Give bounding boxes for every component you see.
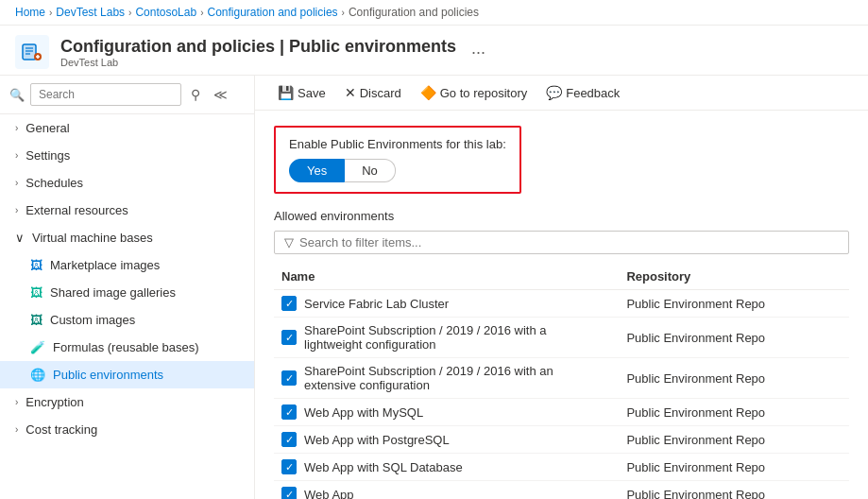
row-checkbox[interactable]: ✓ xyxy=(281,432,297,447)
breadcrumb-sep-1: › xyxy=(49,8,52,18)
sidebar-item-label: Schedules xyxy=(26,176,83,190)
filter-icon: ▽ xyxy=(284,235,294,250)
env-name: Web App with SQL Database xyxy=(304,460,463,474)
breadcrumb-sep-4: › xyxy=(342,8,345,18)
env-name: Service Fabric Lab Cluster xyxy=(304,297,449,311)
sidebar-item-label: Encryption xyxy=(26,395,83,409)
breadcrumb-contosolab[interactable]: ContosoLab xyxy=(135,6,196,19)
table-row: ✓ Web App with SQL Database Public Envir… xyxy=(274,454,849,481)
enable-section: Enable Public Environments for this lab:… xyxy=(274,126,521,194)
sidebar-item-label: Settings xyxy=(26,148,70,163)
row-checkbox[interactable]: ✓ xyxy=(281,404,297,420)
sidebar-search-area: 🔍 ⚲ ≪ xyxy=(0,76,254,114)
public-env-icon: 🌐 xyxy=(30,368,45,382)
feedback-button[interactable]: 💬 Feedback xyxy=(538,81,627,104)
save-button[interactable]: 💾 Save xyxy=(270,81,333,104)
collapse-button[interactable]: ≪ xyxy=(210,85,231,104)
main-content: 💾 Save ✕ Discard 🔶 Go to repository 💬 Fe… xyxy=(255,76,868,499)
goto-repo-button[interactable]: 🔶 Go to repository xyxy=(413,81,536,104)
shared-gallery-icon: 🖼 xyxy=(30,285,43,300)
page-subtitle: DevTest Lab xyxy=(60,57,456,68)
table-cell-name: ✓ Web App with MySQL xyxy=(274,399,619,426)
table-row: ✓ Web App Public Environment Repo xyxy=(274,481,849,500)
table-cell-name: ✓ SharePoint Subscription / 2019 / 2016 … xyxy=(274,358,619,399)
save-icon: 💾 xyxy=(278,85,294,100)
filter-box: ▽ xyxy=(274,231,849,254)
row-checkbox[interactable]: ✓ xyxy=(281,296,297,311)
toggle-no-button[interactable]: No xyxy=(345,159,396,182)
breadcrumb-sep-3: › xyxy=(200,8,203,18)
row-checkbox[interactable]: ✓ xyxy=(281,459,297,474)
sidebar-item-shared-image-galleries[interactable]: 🖼 Shared image galleries xyxy=(0,279,254,306)
breadcrumb-devtest[interactable]: DevTest Labs xyxy=(56,6,125,19)
chevron-right-icon: › xyxy=(15,123,18,133)
sidebar-item-label: Custom images xyxy=(50,313,135,327)
env-name: Web App with PostgreSQL xyxy=(304,433,450,447)
sidebar-item-cost-tracking[interactable]: › Cost tracking xyxy=(0,416,254,443)
search-input[interactable] xyxy=(30,83,181,106)
chevron-right-icon: › xyxy=(15,178,18,188)
chevron-right-icon: › xyxy=(15,205,18,215)
main-layout: 🔍 ⚲ ≪ › General › Settings › Schedules ›… xyxy=(0,76,868,499)
table-cell-repo: Public Environment Repo xyxy=(619,399,849,426)
table-cell-repo: Public Environment Repo xyxy=(619,358,849,399)
table-cell-repo: Public Environment Repo xyxy=(619,454,849,481)
col-header-repo: Repository xyxy=(619,264,849,290)
environments-table: Name Repository ✓ Service Fabric Lab Clu… xyxy=(274,264,849,499)
row-checkbox[interactable]: ✓ xyxy=(281,487,297,499)
table-cell-name: ✓ SharePoint Subscription / 2019 / 2016 … xyxy=(274,318,619,358)
more-options-button[interactable]: ··· xyxy=(471,43,485,62)
chevron-right-icon: › xyxy=(15,424,18,435)
table-cell-name: ✓ Service Fabric Lab Cluster xyxy=(274,290,619,318)
sidebar: 🔍 ⚲ ≪ › General › Settings › Schedules ›… xyxy=(0,76,255,499)
toggle-group: Yes No xyxy=(289,159,506,182)
table-cell-name: ✓ Web App with PostgreSQL xyxy=(274,426,619,454)
table-cell-name: ✓ Web App with SQL Database xyxy=(274,454,619,481)
pin-button[interactable]: ⚲ xyxy=(187,85,204,104)
breadcrumb: Home › DevTest Labs › ContosoLab › Confi… xyxy=(0,0,868,26)
sidebar-item-schedules[interactable]: › Schedules xyxy=(0,169,254,197)
sidebar-group-label: Virtual machine bases xyxy=(32,231,153,245)
breadcrumb-current: Configuration and policies xyxy=(349,6,479,19)
content-area: Enable Public Environments for this lab:… xyxy=(255,111,868,499)
filter-input[interactable] xyxy=(299,235,839,250)
breadcrumb-home[interactable]: Home xyxy=(15,6,45,19)
table-cell-repo: Public Environment Repo xyxy=(619,290,849,318)
col-header-name: Name xyxy=(274,264,619,290)
sidebar-item-custom-images[interactable]: 🖼 Custom images xyxy=(0,306,254,334)
sidebar-item-general[interactable]: › General xyxy=(0,114,254,142)
table-row: ✓ Web App with PostgreSQL Public Environ… xyxy=(274,426,849,454)
sidebar-item-label: Marketplace images xyxy=(50,258,160,272)
repo-icon: 🔶 xyxy=(420,85,436,100)
enable-label: Enable Public Environments for this lab: xyxy=(289,137,506,151)
row-checkbox[interactable]: ✓ xyxy=(281,370,297,386)
sidebar-item-label: Public environments xyxy=(53,368,163,382)
sidebar-item-external-resources[interactable]: › External resources xyxy=(0,197,254,224)
page-header-icon xyxy=(15,35,49,69)
sidebar-item-label: Cost tracking xyxy=(26,422,97,437)
table-cell-name: ✓ Web App xyxy=(274,481,619,500)
sidebar-group-vm-bases[interactable]: ∨ Virtual machine bases xyxy=(0,224,254,251)
toggle-yes-button[interactable]: Yes xyxy=(289,159,345,182)
chevron-down-icon: ∨ xyxy=(15,231,25,245)
sidebar-item-encryption[interactable]: › Encryption xyxy=(0,388,254,416)
discard-button[interactable]: ✕ Discard xyxy=(337,81,409,104)
sidebar-item-settings[interactable]: › Settings xyxy=(0,142,254,169)
sidebar-item-formulas[interactable]: 🧪 Formulas (reusable bases) xyxy=(0,334,254,361)
feedback-icon: 💬 xyxy=(546,85,562,100)
row-checkbox[interactable]: ✓ xyxy=(281,330,297,345)
sidebar-item-label: Shared image galleries xyxy=(50,285,176,300)
discard-icon: ✕ xyxy=(345,85,356,100)
sidebar-item-label: Formulas (reusable bases) xyxy=(53,340,199,354)
formulas-icon: 🧪 xyxy=(30,340,45,354)
sidebar-item-public-environments[interactable]: 🌐 Public environments xyxy=(0,361,254,388)
breadcrumb-config-policies[interactable]: Configuration and policies xyxy=(207,6,337,19)
env-name: SharePoint Subscription / 2019 / 2016 wi… xyxy=(304,323,607,352)
table-cell-repo: Public Environment Repo xyxy=(619,426,849,454)
page-header-text: Configuration and policies | Public envi… xyxy=(60,37,456,68)
allowed-env-title: Allowed environments xyxy=(274,209,849,223)
marketplace-icon: 🖼 xyxy=(30,258,43,272)
chevron-right-icon: › xyxy=(15,397,18,407)
env-name: Web App xyxy=(304,488,354,500)
sidebar-item-marketplace-images[interactable]: 🖼 Marketplace images xyxy=(0,251,254,279)
